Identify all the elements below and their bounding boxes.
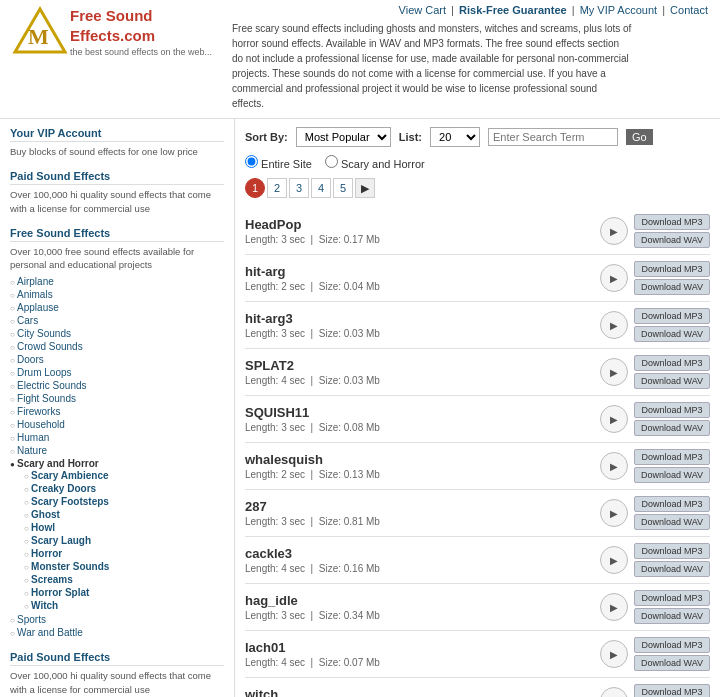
sound-name: cackle3 (245, 546, 600, 561)
contact-link[interactable]: Contact (670, 4, 708, 16)
sound-item: hit-arg3 Length: 3 sec | Size: 0.03 Mb ▶… (245, 302, 710, 349)
sidebar-item-cars: Cars (10, 314, 224, 327)
sound-list: HeadPop Length: 3 sec | Size: 0.17 Mb ▶ … (245, 208, 710, 697)
logo-text: Free Sound Effects.com (70, 6, 212, 45)
page-5-button[interactable]: 5 (333, 178, 353, 198)
sound-meta: Length: 4 sec | Size: 0.16 Mb (245, 563, 600, 574)
download-wav-button[interactable]: Download WAV (634, 655, 710, 671)
sidebar-item-fight-sounds: Fight Sounds (10, 392, 224, 405)
sound-meta: Length: 2 sec | Size: 0.04 Mb (245, 281, 600, 292)
download-mp3-button[interactable]: Download MP3 (634, 308, 710, 324)
sound-item: HeadPop Length: 3 sec | Size: 0.17 Mb ▶ … (245, 208, 710, 255)
page-2-button[interactable]: 2 (267, 178, 287, 198)
download-mp3-button[interactable]: Download MP3 (634, 261, 710, 277)
sound-name: lach01 (245, 640, 600, 655)
sidebar-sub-monster-sounds: Monster Sounds (24, 560, 224, 573)
sound-name: 287 (245, 499, 600, 514)
search-button[interactable]: Go (626, 129, 653, 145)
pagination: 1 2 3 4 5 ▶ (245, 178, 710, 198)
sidebar-sub-scary-laugh: Scary Laugh (24, 534, 224, 547)
sound-item: hag_idle Length: 3 sec | Size: 0.34 Mb ▶… (245, 584, 710, 631)
sound-name: whalesquish (245, 452, 600, 467)
filter-entire-site[interactable]: Entire Site (245, 158, 315, 170)
play-button[interactable]: ▶ (600, 217, 628, 245)
sound-meta: Length: 2 sec | Size: 0.13 Mb (245, 469, 600, 480)
download-mp3-button[interactable]: Download MP3 (634, 496, 710, 512)
sidebar-paid-section: Paid Sound Effects Over 100,000 hi quali… (10, 170, 224, 215)
sidebar-item-scary-horror: Scary and Horror Scary Ambience Creaky D… (10, 457, 224, 613)
play-button[interactable]: ▶ (600, 499, 628, 527)
header-description: Free scary sound effects including ghost… (232, 16, 632, 116)
search-input[interactable] (488, 128, 618, 146)
play-button[interactable]: ▶ (600, 264, 628, 292)
sidebar-sub-horror-splat: Horror Splat (24, 586, 224, 599)
download-mp3-button[interactable]: Download MP3 (634, 402, 710, 418)
vip-account-link[interactable]: My VIP Account (580, 4, 657, 16)
sidebar-paid2-title: Paid Sound Effects (10, 651, 224, 666)
view-cart-link[interactable]: View Cart (399, 4, 446, 16)
sidebar-item-drum-loops: Drum Loops (10, 366, 224, 379)
sidebar-item-household: Household (10, 418, 224, 431)
download-mp3-button[interactable]: Download MP3 (634, 590, 710, 606)
logo-tagline: the best sound effects on the web... (70, 47, 212, 57)
page-3-button[interactable]: 3 (289, 178, 309, 198)
download-wav-button[interactable]: Download WAV (634, 373, 710, 389)
sidebar-item-crowd-sounds: Crowd Sounds (10, 340, 224, 353)
play-button[interactable]: ▶ (600, 358, 628, 386)
sidebar: Your VIP Account Buy blocks of sound eff… (0, 119, 235, 697)
play-button[interactable]: ▶ (600, 593, 628, 621)
sidebar-free-section: Free Sound Effects Over 10,000 free soun… (10, 227, 224, 640)
download-wav-button[interactable]: Download WAV (634, 514, 710, 530)
sidebar-sub-scary-ambience: Scary Ambience (24, 469, 224, 482)
download-wav-button[interactable]: Download WAV (634, 279, 710, 295)
sidebar-vip-title: Your VIP Account (10, 127, 224, 142)
sound-meta: Length: 3 sec | Size: 0.08 Mb (245, 422, 600, 433)
sound-meta: Length: 3 sec | Size: 0.03 Mb (245, 328, 600, 339)
play-button[interactable]: ▶ (600, 546, 628, 574)
download-mp3-button[interactable]: Download MP3 (634, 637, 710, 653)
main-layout: Your VIP Account Buy blocks of sound eff… (0, 119, 720, 697)
sound-meta: Length: 3 sec | Size: 0.81 Mb (245, 516, 600, 527)
sidebar-sub-scary-footsteps: Scary Footsteps (24, 495, 224, 508)
sound-name: SQUISH11 (245, 405, 600, 420)
play-button[interactable]: ▶ (600, 405, 628, 433)
sound-name: hit-arg3 (245, 311, 600, 326)
play-button[interactable]: ▶ (600, 640, 628, 668)
download-mp3-button[interactable]: Download MP3 (634, 449, 710, 465)
download-mp3-button[interactable]: Download MP3 (634, 355, 710, 371)
sidebar-sub-howl: Howl (24, 521, 224, 534)
sound-item: lach01 Length: 4 sec | Size: 0.07 Mb ▶ D… (245, 631, 710, 678)
download-wav-button[interactable]: Download WAV (634, 232, 710, 248)
list-select[interactable]: 10 20 50 (430, 127, 480, 147)
sidebar-item-sports: Sports (10, 613, 224, 626)
download-wav-button[interactable]: Download WAV (634, 608, 710, 624)
sound-name: SPLAT2 (245, 358, 600, 373)
play-button[interactable]: ▶ (600, 687, 628, 697)
sidebar-item-fireworks: Fireworks (10, 405, 224, 418)
sound-item: hit-arg Length: 2 sec | Size: 0.04 Mb ▶ … (245, 255, 710, 302)
sidebar-item-war-battle: War and Battle (10, 626, 224, 639)
page-1-button[interactable]: 1 (245, 178, 265, 198)
play-button[interactable]: ▶ (600, 311, 628, 339)
sound-item: SQUISH11 Length: 3 sec | Size: 0.08 Mb ▶… (245, 396, 710, 443)
page-next-button[interactable]: ▶ (355, 178, 375, 198)
sidebar-paid2-desc: Over 100,000 hi quality sound effects th… (10, 669, 224, 696)
sort-label: Sort By: (245, 131, 288, 143)
play-button[interactable]: ▶ (600, 452, 628, 480)
controls-bar: Sort By: Most Popular Newest Alphabetica… (245, 127, 710, 147)
sidebar-item-airplane: Airplane (10, 275, 224, 288)
sort-select[interactable]: Most Popular Newest Alphabetical (296, 127, 391, 147)
logo-text-block: Free Sound Effects.com the best sound ef… (70, 6, 212, 57)
page-4-button[interactable]: 4 (311, 178, 331, 198)
sidebar-free-list: Airplane Animals Applause Cars City Soun… (10, 275, 224, 639)
download-wav-button[interactable]: Download WAV (634, 467, 710, 483)
guarantee-link[interactable]: Risk-Free Guarantee (459, 4, 567, 16)
download-wav-button[interactable]: Download WAV (634, 326, 710, 342)
logo: M Free Sound Effects.com the best sound … (10, 4, 212, 59)
download-mp3-button[interactable]: Download MP3 (634, 684, 710, 697)
download-mp3-button[interactable]: Download MP3 (634, 214, 710, 230)
filter-scary-horror[interactable]: Scary and Horror (325, 158, 425, 170)
download-wav-button[interactable]: Download WAV (634, 561, 710, 577)
download-mp3-button[interactable]: Download MP3 (634, 543, 710, 559)
download-wav-button[interactable]: Download WAV (634, 420, 710, 436)
